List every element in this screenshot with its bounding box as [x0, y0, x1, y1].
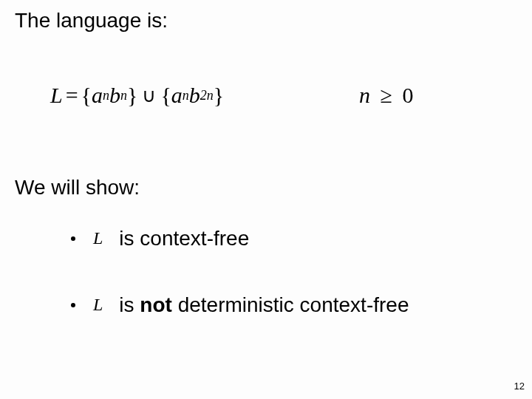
- page-number: 12: [514, 381, 525, 392]
- formula-condition: n ≥ 0: [355, 81, 417, 109]
- var-b-2: b: [189, 83, 200, 108]
- equals-sign: =: [63, 83, 81, 108]
- sup-2n: 2n: [200, 88, 214, 103]
- var-a-2: a: [171, 83, 183, 108]
- formula-language-definition: L = { anbn } ∪ { anb2n }: [47, 81, 227, 109]
- union-symbol: ∪: [137, 84, 160, 107]
- right-brace-2: }: [214, 83, 224, 108]
- var-L-bullet-1: L: [90, 228, 106, 249]
- var-L: L: [50, 83, 63, 108]
- bullet-dot-icon: [71, 303, 75, 307]
- bullet-context-free: L is context-free: [71, 228, 249, 249]
- var-b-1: b: [109, 83, 120, 108]
- bullet-text-2: is not deterministic context-free: [119, 295, 409, 316]
- ge-sign: ≥: [376, 83, 397, 107]
- var-a-1: a: [92, 83, 103, 108]
- var-L-bullet-2: L: [90, 294, 106, 316]
- heading-language-is: The language is:: [15, 9, 168, 33]
- sup-n-2: n: [120, 88, 127, 103]
- bullet-2-pre: is: [119, 293, 140, 316]
- left-brace-1: {: [81, 83, 92, 108]
- bullet-2-post: deterministic context-free: [172, 293, 409, 316]
- bullet-not-deterministic: L is not deterministic context-free: [71, 294, 409, 316]
- bullet-text-1: is context-free: [119, 228, 249, 249]
- sup-n-1: n: [103, 88, 109, 103]
- sup-n-3: n: [183, 88, 189, 103]
- right-brace-1: }: [127, 83, 137, 108]
- cond-zero: 0: [402, 83, 413, 107]
- bullet-2-bold-not: not: [140, 293, 172, 316]
- bullet-dot-icon: [71, 236, 75, 241]
- left-brace-2: {: [160, 83, 171, 108]
- heading-we-will-show: We will show:: [15, 176, 140, 200]
- cond-var-n: n: [359, 83, 370, 107]
- formula-left: L = { anbn } ∪ { anb2n }: [47, 81, 227, 109]
